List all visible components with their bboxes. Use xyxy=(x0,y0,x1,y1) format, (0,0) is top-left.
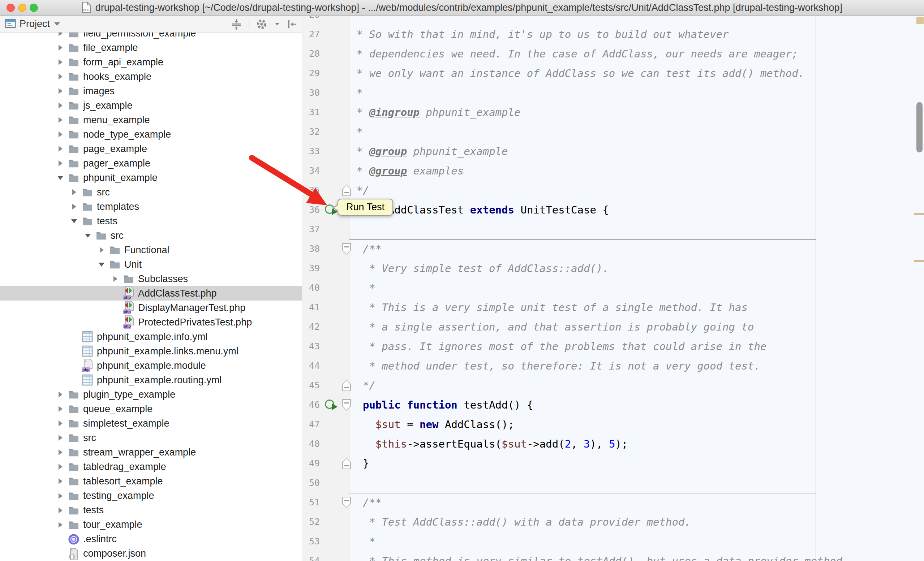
tree-item--eslintrc[interactable]: .eslintrc xyxy=(0,532,302,546)
chevron-collapsed-icon[interactable] xyxy=(58,507,63,513)
code-line-44[interactable]: 44 * method under test, so therefore: It… xyxy=(302,356,924,375)
chevron-collapsed-icon[interactable] xyxy=(58,59,63,65)
fold-marker[interactable] xyxy=(342,185,351,196)
tree-item-images[interactable]: images xyxy=(0,84,302,98)
code-line-49[interactable]: 49 } xyxy=(302,454,924,473)
chevron-collapsed-icon[interactable] xyxy=(58,103,63,108)
code-line-39[interactable]: 39 * Very simple test of AddClass::add()… xyxy=(302,259,924,278)
tree-item-displaymanagertest-php[interactable]: phpDisplayManagerTest.php xyxy=(0,301,302,315)
tree-item-subclasses[interactable]: Subclasses xyxy=(0,272,302,286)
tree-item-tests[interactable]: tests xyxy=(0,503,302,518)
code-line-50[interactable]: 50 xyxy=(302,473,924,493)
code-line-54[interactable]: 54 * This method is very similar to test… xyxy=(302,551,924,561)
fold-marker[interactable] xyxy=(342,497,351,508)
gear-dropdown-chevron-icon[interactable] xyxy=(275,23,279,25)
code-line-26[interactable]: 26 xyxy=(302,16,924,25)
chevron-collapsed-icon[interactable] xyxy=(58,420,63,426)
chevron-collapsed-icon[interactable] xyxy=(58,74,63,79)
code-line-42[interactable]: 42 * a single assertion, and that assert… xyxy=(302,317,924,337)
code-line-32[interactable]: 32 * xyxy=(302,122,924,142)
chevron-collapsed-icon[interactable] xyxy=(58,146,63,152)
code-line-53[interactable]: 53 * xyxy=(302,532,924,551)
close-icon[interactable] xyxy=(6,4,15,12)
code-line-34[interactable]: 34 * @group examples xyxy=(302,161,924,181)
code-line-31[interactable]: 31 * @ingroup phpunit_example xyxy=(302,103,924,122)
tree-item-phpunit-example-links-menu-yml[interactable]: phpunit_example.links.menu.yml xyxy=(0,344,302,358)
code-line-51[interactable]: 51 /** xyxy=(302,493,924,512)
tree-item-queue-example[interactable]: queue_example xyxy=(0,402,302,416)
tree-item-form-api-example[interactable]: form_api_example xyxy=(0,55,302,69)
chevron-collapsed-icon[interactable] xyxy=(58,117,63,123)
code-line-30[interactable]: 30 * xyxy=(302,83,924,103)
tree-item-testing-example[interactable]: testing_example xyxy=(0,489,302,503)
tree-item-unit[interactable]: Unit xyxy=(0,257,302,272)
tree-item-src[interactable]: src xyxy=(0,185,302,199)
tree-item-protectedprivatestest-php[interactable]: phpProtectedPrivatesTest.php xyxy=(0,315,302,329)
tree-item-src[interactable]: src xyxy=(0,228,302,243)
chevron-collapsed-icon[interactable] xyxy=(58,449,63,455)
chevron-expanded-icon[interactable] xyxy=(71,219,77,223)
fold-marker[interactable] xyxy=(342,399,351,411)
code-line-27[interactable]: 27 * So with that in mind, it's up to us… xyxy=(302,25,924,44)
chevron-collapsed-icon[interactable] xyxy=(58,132,63,137)
chevron-expanded-icon[interactable] xyxy=(99,263,104,266)
chevron-collapsed-icon[interactable] xyxy=(58,45,63,51)
editor[interactable]: 2627 * So with that in mind, it's up to … xyxy=(302,16,924,561)
tree-item-tour-example[interactable]: tour_example xyxy=(0,518,302,532)
tree-item-plugin-type-example[interactable]: plugin_type_example xyxy=(0,387,302,402)
code-line-40[interactable]: 40 * xyxy=(302,278,924,298)
tree-item-phpunit-example-info-yml[interactable]: phpunit_example.info.yml xyxy=(0,329,302,344)
tree-item-phpunit-example[interactable]: phpunit_example xyxy=(0,171,302,185)
tree-item-menu-example[interactable]: menu_example xyxy=(0,113,302,127)
zoom-icon[interactable] xyxy=(30,4,38,12)
code-line-45[interactable]: 45 */ xyxy=(302,375,924,395)
chevron-down-icon[interactable] xyxy=(54,22,60,25)
chevron-collapsed-icon[interactable] xyxy=(58,392,63,397)
chevron-collapsed-icon[interactable] xyxy=(58,522,63,528)
tree-item-file-example[interactable]: file_example xyxy=(0,40,302,55)
code-line-47[interactable]: 47 $sut = new AddClass(); xyxy=(302,415,924,434)
chevron-collapsed-icon[interactable] xyxy=(58,435,63,441)
tree-item-tests[interactable]: tests xyxy=(0,214,302,228)
run-test-icon[interactable] xyxy=(325,399,334,409)
tree-item-src[interactable]: src xyxy=(0,431,302,445)
code-line-36[interactable]: 36class AddClassTest extends UnitTestCas… xyxy=(302,200,924,220)
chevron-collapsed-icon[interactable] xyxy=(58,464,63,470)
code-line-48[interactable]: 48 $this->assertEquals($sut->add(2, 3), … xyxy=(302,434,924,454)
tree-item-composer-json[interactable]: {}composer.json xyxy=(0,546,302,561)
tree-item-tablesort-example[interactable]: tablesort_example xyxy=(0,474,302,488)
chevron-collapsed-icon[interactable] xyxy=(58,33,63,36)
tree-item-pager-example[interactable]: pager_example xyxy=(0,156,302,171)
chevron-expanded-icon[interactable] xyxy=(57,176,63,180)
error-stripe-mark[interactable] xyxy=(914,213,924,215)
tree-item-simpletest-example[interactable]: simpletest_example xyxy=(0,416,302,431)
collapse-panel-icon[interactable] xyxy=(286,18,297,30)
chevron-collapsed-icon[interactable] xyxy=(100,247,104,253)
chevron-collapsed-icon[interactable] xyxy=(58,88,63,94)
code-line-37[interactable]: 37 xyxy=(302,220,924,239)
fold-marker[interactable] xyxy=(342,380,351,391)
code-line-43[interactable]: 43 * pass. It ignores most of the proble… xyxy=(302,337,924,356)
chevron-collapsed-icon[interactable] xyxy=(72,204,76,209)
code-line-33[interactable]: 33 * @group phpunit_example xyxy=(302,142,924,161)
editor-scrollbar[interactable] xyxy=(916,102,922,153)
tree-item-node-type-example[interactable]: node_type_example xyxy=(0,127,302,142)
tree-item-functional[interactable]: Functional xyxy=(0,243,302,257)
run-test-tooltip[interactable]: Run Test xyxy=(338,199,393,215)
chevron-collapsed-icon[interactable] xyxy=(58,493,63,499)
tree-item-field-permission-example[interactable]: field_permission_example xyxy=(0,33,302,40)
chevron-collapsed-icon[interactable] xyxy=(58,406,63,412)
tree-item-page-example[interactable]: page_example xyxy=(0,142,302,156)
code-line-52[interactable]: 52 * Test AddClass::add() with a data pr… xyxy=(302,512,924,532)
tree-item-addclasstest-php[interactable]: phpAddClassTest.php xyxy=(0,286,302,301)
chevron-collapsed-icon[interactable] xyxy=(72,189,76,195)
scroll-from-source-icon[interactable] xyxy=(231,18,242,30)
fold-marker[interactable] xyxy=(342,243,351,255)
error-stripe-mark[interactable] xyxy=(914,260,924,262)
project-panel-title[interactable]: Project xyxy=(20,18,50,30)
tree-item-tabledrag-example[interactable]: tabledrag_example xyxy=(0,459,302,474)
tree-item-js-example[interactable]: js_example xyxy=(0,98,302,113)
minimize-icon[interactable] xyxy=(18,4,26,12)
fold-marker[interactable] xyxy=(342,458,351,469)
chevron-collapsed-icon[interactable] xyxy=(58,160,63,166)
